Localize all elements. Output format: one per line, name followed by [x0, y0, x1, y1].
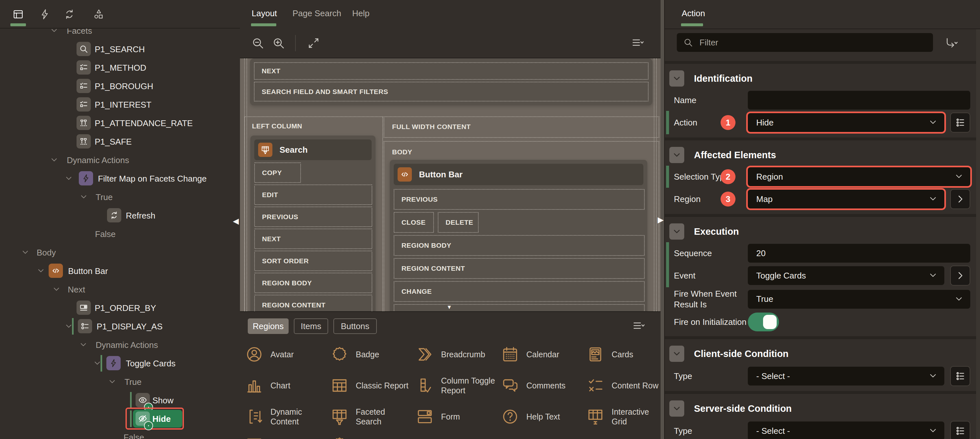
chevron-down-icon[interactable]: [65, 175, 73, 183]
select-field[interactable]: True: [748, 290, 970, 309]
gallery-item[interactable]: Chart: [245, 374, 326, 397]
layout-position-box[interactable]: PREVIOUS: [254, 207, 372, 227]
tree-row[interactable]: Dynamic Actions: [0, 151, 240, 169]
list-button[interactable]: [950, 113, 970, 133]
splitter-down-handle[interactable]: ▼: [447, 304, 452, 310]
collapse-chevron-icon[interactable]: [669, 147, 684, 163]
chevron-down-icon[interactable]: [80, 341, 88, 349]
layout-position-box[interactable]: SEARCH FIELD AND SMART FILTERS: [254, 82, 649, 102]
text-input[interactable]: [748, 91, 970, 110]
gallery-item[interactable]: Interactive Grid: [586, 405, 660, 428]
select-field[interactable]: Hide: [748, 113, 944, 132]
gallery-tab-items[interactable]: Items: [294, 318, 328, 334]
tree-row[interactable]: Toggle Cards: [0, 354, 240, 372]
gallery-item[interactable]: Help Text: [501, 405, 582, 428]
gallery-item[interactable]: Form: [416, 405, 497, 428]
filter-input[interactable]: [699, 37, 926, 48]
gallery-tab-regions[interactable]: Regions: [248, 318, 289, 334]
tree-row[interactable]: P1_SEARCH: [0, 40, 240, 58]
gallery-item[interactable]: Faceted Search: [331, 405, 412, 428]
layout-position-box[interactable]: REGION BODY: [254, 273, 372, 293]
chevron-down-icon[interactable]: [50, 156, 59, 164]
collapse-chevron-icon[interactable]: [669, 223, 684, 240]
select-field[interactable]: Region: [748, 167, 970, 186]
tree-row[interactable]: Next: [0, 280, 240, 299]
search-region-header[interactable]: Search: [254, 139, 372, 160]
section-header[interactable]: Execution: [665, 222, 980, 241]
layout-position-box[interactable]: DELETE: [438, 212, 479, 233]
chevron-down-icon[interactable]: [108, 378, 117, 386]
tab-layout[interactable]: Layout: [251, 8, 277, 19]
text-input[interactable]: 20: [748, 244, 970, 262]
layout-position-box[interactable]: REGION CONTENT: [254, 295, 372, 311]
tree-row[interactable]: Hide: [0, 409, 240, 428]
search-filters-region[interactable]: NEXTSEARCH FIELD AND SMART FILTERS: [250, 58, 652, 105]
gallery-item[interactable]: Dynamic Content: [245, 405, 326, 428]
layout-position-box[interactable]: CHANGE: [394, 281, 645, 302]
section-header[interactable]: Client-side Condition: [665, 344, 980, 363]
chevron-down-icon[interactable]: [21, 248, 30, 257]
shared-components-icon[interactable]: [91, 8, 106, 21]
chevron-down-icon[interactable]: [37, 267, 45, 275]
tree-row[interactable]: P1_ATTENDANCE_RATE: [0, 114, 240, 132]
layout-position-box[interactable]: PREVIOUS: [394, 189, 645, 210]
tree-row[interactable]: Button Bar: [0, 262, 240, 280]
collapse-left-panel-handle[interactable]: ◀: [233, 216, 239, 226]
left-column-region[interactable]: LEFT COLUMNSearchCOPYEDITPREVIOUSNEXTSOR…: [244, 116, 383, 311]
gallery-item[interactable]: Comments: [501, 374, 582, 397]
section-header[interactable]: Affected Elements: [665, 146, 980, 164]
zoom-out-icon[interactable]: [251, 36, 265, 50]
tree-row[interactable]: Show: [0, 391, 240, 409]
tab-page-search[interactable]: Page Search: [293, 8, 341, 19]
collapse-chevron-icon[interactable]: [669, 346, 684, 362]
gallery-item[interactable]: Avatar: [245, 343, 326, 366]
chevron-down-icon[interactable]: [52, 285, 61, 294]
menu-icon[interactable]: [631, 36, 645, 50]
collapse-right-panel-handle[interactable]: ▶: [658, 215, 663, 224]
tree-row[interactable]: True: [0, 372, 240, 391]
tree-row[interactable]: P1_BOROUGH: [0, 77, 240, 95]
collapse-chevron-icon[interactable]: [669, 401, 684, 417]
button-bar-region-panel[interactable]: Button BarPREVIOUSCLOSEDELETEREGION BODY…: [390, 160, 647, 311]
rendering-icon[interactable]: [11, 8, 25, 21]
layout-position-box[interactable]: SORT ORDER: [254, 251, 372, 271]
menu-icon[interactable]: [632, 319, 646, 333]
gallery-item[interactable]: Breadcrumb: [416, 343, 497, 366]
chevron-down-icon[interactable]: [80, 193, 88, 201]
layout-position-box[interactable]: REGION BODY: [394, 235, 645, 256]
tab-action[interactable]: Action: [682, 8, 705, 19]
toggle-on[interactable]: [748, 313, 779, 331]
tree-row[interactable]: P1_DISPLAY_AS: [0, 317, 240, 336]
go-to-group-button[interactable]: [944, 36, 963, 51]
gallery-item[interactable]: Badge: [331, 343, 412, 366]
button-bar-region-header[interactable]: Button Bar: [394, 164, 643, 185]
tree-row[interactable]: P1_SAFE: [0, 132, 240, 151]
tab-help[interactable]: Help: [352, 8, 369, 19]
collapse-chevron-icon[interactable]: [669, 70, 684, 87]
layout-position-box[interactable]: CLOSE: [394, 212, 434, 233]
layout-position-box[interactable]: EDIT: [254, 185, 372, 205]
list-button[interactable]: [950, 421, 970, 439]
gallery-item[interactable]: Column Toggle Report: [416, 374, 497, 397]
list-button[interactable]: [950, 366, 970, 386]
section-header[interactable]: Identification: [665, 69, 980, 88]
layout-position-box[interactable]: [394, 304, 645, 311]
gallery-item[interactable]: Classic Report: [331, 374, 412, 397]
select-field[interactable]: Map: [748, 190, 944, 208]
tree-row[interactable]: P1_METHOD: [0, 58, 240, 77]
gallery-item[interactable]: Calendar: [501, 343, 582, 366]
layout-position-box[interactable]: NEXT: [254, 62, 649, 80]
select-field[interactable]: Toggle Cards: [748, 266, 944, 285]
drill-button[interactable]: [950, 266, 970, 286]
full-width-content-region[interactable]: FULL WIDTH CONTENT: [383, 116, 659, 138]
tree-row[interactable]: Dynamic Actions: [0, 336, 240, 354]
dynamic-actions-icon[interactable]: [38, 8, 52, 21]
zoom-in-icon[interactable]: [271, 36, 286, 50]
right-scrollbar[interactable]: [976, 29, 980, 439]
select-field[interactable]: - Select -: [748, 367, 944, 385]
section-header[interactable]: Server-side Condition: [665, 399, 980, 418]
tree-row[interactable]: P1_ORDER_BY: [0, 299, 240, 317]
gallery-item[interactable]: Cards: [586, 343, 660, 366]
layout-position-box[interactable]: COPY: [254, 162, 301, 183]
body-region[interactable]: BODYButton BarPREVIOUSCLOSEDELETEREGION …: [383, 141, 659, 311]
